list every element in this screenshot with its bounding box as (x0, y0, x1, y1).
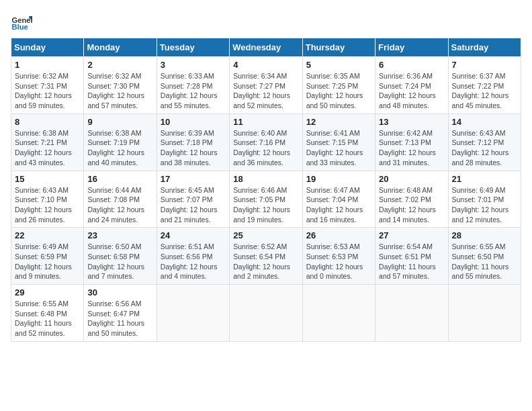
day-number: 19 (306, 174, 371, 184)
sunset-label: Sunset: 7:02 PM (379, 195, 431, 203)
sunrise-label: Sunrise: 6:36 AM (379, 72, 433, 80)
sunrise-label: Sunrise: 6:38 AM (15, 129, 69, 137)
day-info: Sunrise: 6:46 AM Sunset: 7:05 PM Dayligh… (233, 185, 298, 225)
day-info: Sunrise: 6:44 AM Sunset: 7:08 PM Dayligh… (87, 185, 152, 225)
day-info: Sunrise: 6:53 AM Sunset: 6:53 PM Dayligh… (306, 242, 371, 281)
sunset-label: Sunset: 6:59 PM (15, 253, 67, 261)
day-cell: 24 Sunrise: 6:51 AM Sunset: 6:56 PM Dayl… (157, 228, 229, 285)
sunset-label: Sunset: 7:27 PM (233, 82, 285, 90)
day-cell: 6 Sunrise: 6:36 AM Sunset: 7:24 PM Dayli… (375, 57, 448, 114)
sunset-label: Sunset: 7:08 PM (87, 195, 140, 203)
day-cell: 19 Sunrise: 6:47 AM Sunset: 7:04 PM Dayl… (302, 171, 375, 228)
day-cell: 29 Sunrise: 6:55 AM Sunset: 6:48 PM Dayl… (11, 285, 84, 342)
logo: General Blue (11, 11, 35, 32)
sunset-label: Sunset: 7:13 PM (379, 138, 431, 146)
sunrise-label: Sunrise: 6:51 AM (161, 242, 214, 250)
day-info: Sunrise: 6:40 AM Sunset: 7:16 PM Dayligh… (233, 128, 298, 168)
day-number: 27 (379, 230, 444, 240)
day-info: Sunrise: 6:45 AM Sunset: 7:07 PM Dayligh… (161, 185, 226, 225)
day-info: Sunrise: 6:49 AM Sunset: 6:59 PM Dayligh… (15, 242, 80, 281)
day-number: 13 (379, 117, 444, 127)
day-info: Sunrise: 6:56 AM Sunset: 6:47 PM Dayligh… (87, 299, 152, 338)
daylight-label: Daylight: 12 hours and 0 minutes. (306, 263, 363, 281)
daylight-label: Daylight: 12 hours and 36 minutes. (233, 148, 290, 167)
daylight-label: Daylight: 12 hours and 43 minutes. (15, 148, 72, 167)
daylight-label: Daylight: 12 hours and 40 minutes. (87, 148, 144, 167)
sunset-label: Sunset: 7:05 PM (233, 195, 285, 203)
day-number: 7 (452, 60, 517, 70)
day-number: 30 (87, 287, 152, 298)
day-cell: 25 Sunrise: 6:52 AM Sunset: 6:54 PM Dayl… (230, 228, 302, 285)
daylight-label: Daylight: 12 hours and 38 minutes. (161, 148, 218, 167)
sunrise-label: Sunrise: 6:35 AM (306, 72, 360, 80)
day-info: Sunrise: 6:35 AM Sunset: 7:25 PM Dayligh… (306, 71, 371, 111)
day-info: Sunrise: 6:32 AM Sunset: 7:30 PM Dayligh… (87, 71, 152, 111)
calendar-week-row: 22 Sunrise: 6:49 AM Sunset: 6:59 PM Dayl… (11, 228, 521, 285)
day-cell: 20 Sunrise: 6:48 AM Sunset: 7:02 PM Dayl… (375, 171, 448, 228)
svg-text:Blue: Blue (12, 23, 28, 31)
sunrise-label: Sunrise: 6:53 AM (306, 242, 360, 250)
sunrise-label: Sunrise: 6:43 AM (15, 186, 69, 194)
day-number: 1 (15, 60, 80, 70)
day-cell: 26 Sunrise: 6:53 AM Sunset: 6:53 PM Dayl… (302, 228, 375, 285)
day-number: 23 (87, 230, 152, 240)
daylight-label: Daylight: 12 hours and 28 minutes. (452, 148, 509, 167)
day-cell: 5 Sunrise: 6:35 AM Sunset: 7:25 PM Dayli… (302, 57, 375, 114)
day-info: Sunrise: 6:41 AM Sunset: 7:15 PM Dayligh… (306, 128, 371, 168)
sunrise-label: Sunrise: 6:55 AM (452, 242, 506, 250)
page-header: General Blue (11, 11, 521, 32)
calendar-header-row: SundayMondayTuesdayWednesdayThursdayFrid… (11, 38, 521, 57)
day-cell: 3 Sunrise: 6:33 AM Sunset: 7:28 PM Dayli… (157, 57, 229, 114)
day-cell: 8 Sunrise: 6:38 AM Sunset: 7:21 PM Dayli… (11, 113, 84, 171)
day-info: Sunrise: 6:49 AM Sunset: 7:01 PM Dayligh… (452, 185, 517, 225)
day-cell: 17 Sunrise: 6:45 AM Sunset: 7:07 PM Dayl… (157, 171, 229, 228)
day-info: Sunrise: 6:43 AM Sunset: 7:12 PM Dayligh… (452, 128, 517, 168)
day-cell: 4 Sunrise: 6:34 AM Sunset: 7:27 PM Dayli… (230, 57, 302, 114)
day-number: 6 (379, 60, 444, 70)
day-cell: 10 Sunrise: 6:39 AM Sunset: 7:18 PM Dayl… (157, 113, 229, 171)
day-info: Sunrise: 6:32 AM Sunset: 7:31 PM Dayligh… (15, 71, 80, 111)
sunset-label: Sunset: 7:21 PM (15, 138, 67, 146)
weekday-header-friday: Friday (375, 38, 448, 57)
day-cell: 28 Sunrise: 6:55 AM Sunset: 6:50 PM Dayl… (448, 228, 521, 285)
calendar-week-row: 8 Sunrise: 6:38 AM Sunset: 7:21 PM Dayli… (11, 113, 521, 171)
day-info: Sunrise: 6:38 AM Sunset: 7:19 PM Dayligh… (87, 128, 152, 168)
day-number: 21 (452, 174, 517, 184)
day-info: Sunrise: 6:34 AM Sunset: 7:27 PM Dayligh… (233, 71, 298, 111)
daylight-label: Daylight: 12 hours and 45 minutes. (452, 91, 509, 109)
daylight-label: Daylight: 11 hours and 57 minutes. (379, 263, 436, 281)
day-cell: 13 Sunrise: 6:42 AM Sunset: 7:13 PM Dayl… (375, 113, 448, 171)
daylight-label: Daylight: 12 hours and 12 minutes. (452, 205, 509, 224)
day-number: 14 (452, 117, 517, 127)
sunrise-label: Sunrise: 6:32 AM (87, 72, 141, 80)
daylight-label: Daylight: 12 hours and 50 minutes. (306, 91, 363, 109)
day-cell: 7 Sunrise: 6:37 AM Sunset: 7:22 PM Dayli… (448, 57, 521, 114)
sunset-label: Sunset: 7:04 PM (306, 195, 359, 203)
daylight-label: Daylight: 12 hours and 7 minutes. (87, 263, 144, 281)
day-info: Sunrise: 6:43 AM Sunset: 7:10 PM Dayligh… (15, 185, 80, 225)
calendar-week-row: 15 Sunrise: 6:43 AM Sunset: 7:10 PM Dayl… (11, 171, 521, 228)
sunrise-label: Sunrise: 6:46 AM (233, 186, 287, 194)
logo-icon: General Blue (11, 11, 32, 32)
sunset-label: Sunset: 7:10 PM (15, 195, 67, 203)
day-info: Sunrise: 6:47 AM Sunset: 7:04 PM Dayligh… (306, 185, 371, 225)
day-info: Sunrise: 6:52 AM Sunset: 6:54 PM Dayligh… (233, 242, 298, 281)
sunset-label: Sunset: 7:22 PM (452, 82, 504, 90)
sunset-label: Sunset: 6:51 PM (379, 253, 431, 261)
sunrise-label: Sunrise: 6:47 AM (306, 186, 360, 194)
day-number: 28 (452, 230, 517, 240)
day-cell: 23 Sunrise: 6:50 AM Sunset: 6:58 PM Dayl… (84, 228, 157, 285)
day-info: Sunrise: 6:55 AM Sunset: 6:50 PM Dayligh… (452, 242, 517, 281)
day-number: 20 (379, 174, 444, 184)
day-number: 5 (306, 60, 371, 70)
daylight-label: Daylight: 12 hours and 48 minutes. (379, 91, 436, 109)
calendar-week-row: 1 Sunrise: 6:32 AM Sunset: 7:31 PM Dayli… (11, 57, 521, 114)
day-info: Sunrise: 6:42 AM Sunset: 7:13 PM Dayligh… (379, 128, 444, 168)
day-number: 16 (87, 174, 152, 184)
sunset-label: Sunset: 7:25 PM (306, 82, 359, 90)
day-number: 22 (15, 230, 80, 240)
sunrise-label: Sunrise: 6:43 AM (452, 129, 506, 137)
sunrise-label: Sunrise: 6:54 AM (379, 242, 433, 250)
day-info: Sunrise: 6:38 AM Sunset: 7:21 PM Dayligh… (15, 128, 80, 168)
sunset-label: Sunset: 7:01 PM (452, 195, 504, 203)
